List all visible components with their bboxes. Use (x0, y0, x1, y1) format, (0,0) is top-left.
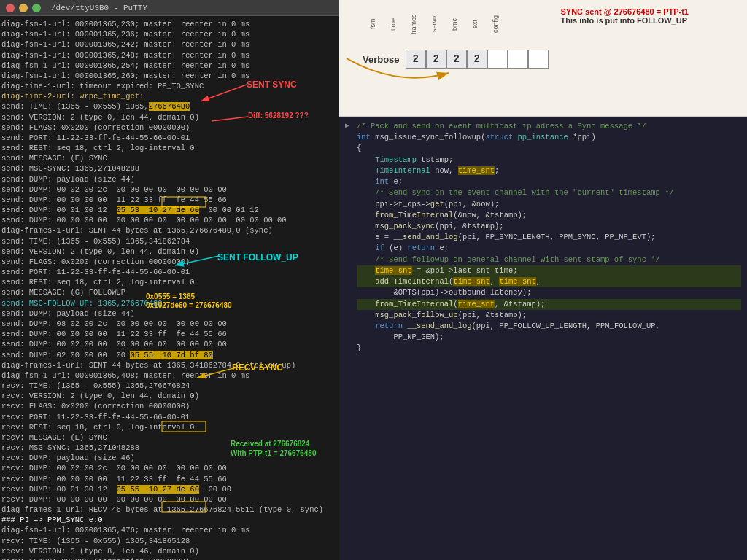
code-line-return-send: return __send_and_log(ppi, PP_FOLLOW_UP_… (357, 321, 741, 332)
term-line: recv: DUMP: 00 00 00 00 00 00 00 00 00 0… (1, 494, 338, 505)
verbose-row: Verbose 2 2 2 2 (363, 50, 549, 69)
term-line: diag-fsm-1-url: 000001365,242; master: r… (1, 39, 338, 50)
term-line: recv: PORT: 11-22-33-ff-fe-44-55-66-00-0… (1, 412, 338, 422)
code-line-time-snt-assign: time_snt = &ppi->last_snt_time; (357, 265, 741, 276)
term-line: send: FLAGS: 0x0200 (correction 00000000… (1, 122, 338, 133)
vbox-time[interactable]: 2 (426, 50, 446, 69)
term-line: diag-frames-1-url: SENT 44 bytes at 1365… (1, 225, 338, 236)
vbox-config[interactable] (528, 50, 549, 69)
term-line: recv: MESSAGE: (E) SYNC (1, 432, 338, 443)
col-label-fsm: fsm (363, 6, 383, 42)
close-button[interactable] (6, 4, 15, 12)
term-line: recv: REST: seq 18, ctrl 0, log-interval… (1, 422, 338, 432)
term-line: send: DUMP: payload (size 44) (1, 308, 338, 319)
maximize-button[interactable] (32, 4, 41, 12)
verbose-boxes: 2 2 2 2 (406, 50, 549, 69)
term-line: diag-fsm-1-url: 000001365,236; master: r… (1, 29, 338, 39)
vbox-frames[interactable]: 2 (446, 50, 467, 69)
term-line: send: PORT: 11-22-33-ff-fe-44-55-66-00-0… (1, 267, 338, 277)
term-line: send: DUMP: 00 02 00 00 00 00 00 00 00 0… (1, 339, 338, 349)
col-label-config: config (485, 6, 506, 42)
term-line: recv: TIME: (1365 - 0x555) 1365,34186512… (1, 536, 338, 546)
diagram-section: fsm time frames servo bmc ext config Ver… (339, 0, 747, 117)
gutter: ▶ (345, 121, 349, 132)
code-line-close-brace: } (357, 343, 741, 354)
term-line: send: PORT: 11-22-33-ff-fe-44-55-66-00-0… (1, 133, 338, 143)
term-line: recv: MSG-SYNC: 1365,271048288 (1, 443, 338, 453)
term-line: diag-fsm-1-url: 000001365,230; master: r… (1, 19, 338, 29)
term-line: recv: DUMP: 00 02 00 2c 00 00 00 00 00 0… (1, 463, 338, 473)
code-line-pack-sync: msg_pack_sync(ppi, &tstamp); (357, 221, 741, 232)
term-line: diag-fsm-1-url: 000001365,248; master: r… (1, 50, 338, 61)
term-line: diag-fsm-1-url: 000001365,408; master: r… (1, 370, 338, 381)
sync-annotation-diagram: SYNC sent @ 276676480 = PTP-t1 This info… (560, 7, 689, 25)
term-line: send: DUMP: 08 02 00 2c 00 00 00 00 00 0… (1, 319, 338, 329)
term-line: recv: TIME: (1365 - 0x555) 1365,27667682… (1, 381, 338, 391)
terminal-panel: /dev/ttyUSB0 - PuTTY diag-fsm-1-url: 000… (0, 0, 339, 560)
code-comment-2: /* Send sync on the event channel with t… (357, 187, 741, 198)
term-line: send: MSG-FOLLOW_UP: 1365,276676480 (1, 298, 338, 308)
term-line: send: TIME: (1365 - 0x555) 1365,34186278… (1, 236, 338, 246)
code-line-pack-follow: msg_pack_follow_up(ppi, &tstamp); (357, 310, 741, 321)
term-line: send: MESSAGE: (G) FOLLOWUP (1, 287, 338, 298)
term-line: diag-time-1-url: timeout expired: PP_TO_… (1, 81, 338, 91)
code-line-opts: &OPTS(ppi)->outbound_latency); (357, 287, 741, 298)
code-comment-1: /* Pack and send on event multicast ip a… (357, 121, 741, 132)
code-line-timeinternals: TimeInternal now, time_snt; (357, 166, 741, 176)
term-line: send: DUMP: 02 00 00 00 00 05 55 10 7d b… (1, 350, 338, 360)
term-line: ### PJ => PPM_SYNC e:0 (1, 515, 338, 525)
term-line: diag-fsm-1-url: 000001365,254; master: r… (1, 61, 338, 71)
terminal-titlebar: /dev/ttyUSB0 - PuTTY (0, 0, 339, 16)
term-line: send: TIME: (1365 - 0x555) 1365,27667648… (1, 101, 338, 112)
term-line: send: MESSAGE: (E) SYNC (1, 153, 338, 163)
term-line: recv: FLAGS: 0x0200 (correction 00000000… (1, 401, 338, 411)
term-line: recv: DUMP: payload (size 46) (1, 453, 338, 463)
code-line-func-decl: int msg_issue_sync_followup(struct pp_in… (357, 132, 741, 143)
term-line: diag-fsm-1-url: 000001365,260; master: r… (1, 71, 338, 81)
term-line: send: FLAGS: 0x0200 (correction 00000000… (1, 257, 338, 267)
term-line: send: DUMP: 00 00 00 00 11 22 33 ff fe 4… (1, 329, 338, 339)
term-line: recv: VERSION: 3 (type 8, len 46, domain… (1, 546, 338, 556)
vbox-fsm[interactable]: 2 (406, 50, 426, 69)
col-label-frames: frames (403, 6, 424, 42)
term-line: recv: VERSION: 2 (type 0, len 44, domain… (1, 391, 338, 401)
vbox-servo[interactable]: 2 (467, 50, 487, 69)
minimize-button[interactable] (19, 4, 28, 12)
term-line: send: DUMP: payload (size 44) (1, 174, 338, 184)
term-line: send: DUMP: 00 00 00 00 11 22 33 ff fe 4… (1, 195, 338, 205)
col-label-time: time (383, 6, 403, 42)
verbose-label: Verbose (363, 54, 400, 65)
right-panel: fsm time frames servo bmc ext config Ver… (339, 0, 747, 560)
term-line: send: VERSION: 2 (type 0, len 44, domain… (1, 246, 338, 257)
terminal-title: /dev/ttyUSB0 - PuTTY (51, 4, 147, 12)
term-line: send: REST: seq 18, ctrl 2, log-interval… (1, 277, 338, 287)
code-line-add-time: add_TimeInternal(time_snt, time_snt, (357, 276, 741, 287)
term-line: send: DUMP: 00 01 00 12 05 53 10 27 de 6… (1, 205, 338, 215)
term-line: send: DUMP: 00 02 00 2c 00 00 00 00 00 0… (1, 184, 338, 195)
col-label-ext: ext (465, 6, 485, 42)
code-line-if-e: if (e) return e; (357, 243, 741, 254)
vbox-ext[interactable] (508, 50, 528, 69)
code-section: ▶ /* Pack and send on event multicast ip… (339, 117, 747, 560)
term-line: send: VERSION: 2 (type 0, len 44, domain… (1, 112, 338, 122)
code-line-get: ppi->t_ops->get(ppi, &now); (357, 199, 741, 210)
term-line: send: MSG-SYNC: 1365,271048288 (1, 163, 338, 174)
code-line-from-time-snt: from_TimeInternal(time_snt, &tstamp); (357, 299, 741, 310)
code-line-send-log: e = __send_and_log(ppi, PP_SYNC_LENGTH, … (357, 232, 741, 243)
code-line-open-brace: { (357, 143, 741, 154)
term-line: recv: FLAGS: 0x0200 (correction 00000000… (1, 556, 338, 560)
term-line: diag-time-2-url: wrpc_time_get: (1, 91, 338, 101)
code-line-tstamp: Timestamp tstamp; (357, 155, 741, 166)
term-line: diag-frames-1-url: RECV 46 bytes at 1365… (1, 505, 338, 515)
col-label-servo: servo (424, 6, 444, 42)
term-line: diag-fsm-1-url: 000001365,476; master: r… (1, 525, 338, 535)
vbox-bmc[interactable] (487, 50, 508, 69)
code-line-pp-np-gen: PP_NP_GEN); (357, 332, 741, 343)
col-label-bmc: bmc (444, 6, 465, 42)
code-line-int-e: int e; (357, 176, 741, 187)
term-line: send: DUMP: 00 00 00 00 00 00 00 00 00 0… (1, 215, 338, 225)
term-line: send: REST: seq 18, ctrl 2, log-interval… (1, 143, 338, 153)
terminal-content[interactable]: diag-fsm-1-url: 000001365,230; master: r… (0, 16, 339, 560)
code-comment-3: /* Send followup on general channel with… (357, 254, 741, 265)
term-line: recv: DUMP: 00 01 00 12 05 55 10 27 de 6… (1, 484, 338, 494)
